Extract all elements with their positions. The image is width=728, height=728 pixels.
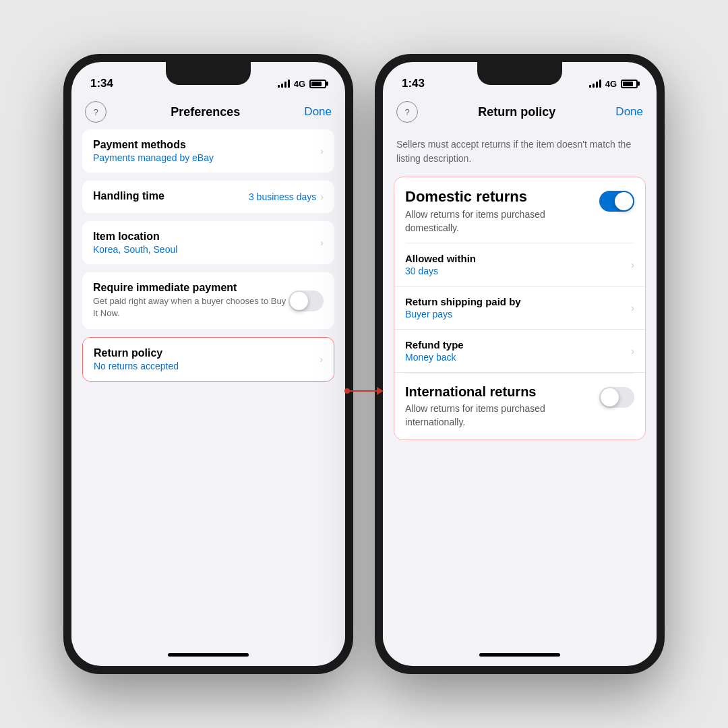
return-shipping-content: Return shipping paid by Buyer pays (405, 296, 631, 320)
item-location-section: Item location Korea, South, Seoul › (82, 221, 334, 264)
handling-time-title: Handling time (93, 190, 249, 202)
chevron-icon-return: › (320, 354, 323, 365)
allowed-within-content: Allowed within 30 days (405, 253, 631, 276)
home-bar-2 (479, 653, 560, 657)
chevron-icon-handling: › (320, 191, 324, 202)
phones-wrapper: 1:34 4G ? (63, 54, 665, 674)
signal-bar-1 (278, 85, 280, 88)
battery-fill-2 (623, 82, 633, 86)
status-time-1: 1:34 (90, 77, 113, 90)
status-icons-2: 4G (589, 79, 638, 89)
battery-1 (309, 80, 326, 88)
allowed-within-row[interactable]: Allowed within 30 days › (394, 243, 645, 286)
refund-type-content: Refund type Money back (405, 339, 631, 363)
domestic-returns-desc: Allow returns for items purchased domest… (405, 208, 591, 235)
phone-2-inner: 1:43 4G ? (383, 62, 657, 666)
require-payment-section: Require immediate payment Get paid right… (82, 272, 334, 329)
signal-bar-2-2 (593, 84, 595, 88)
toggle-thumb-international (601, 388, 619, 406)
item-location-subtitle: Korea, South, Seoul (93, 244, 320, 255)
return-policy-item[interactable]: Return policy No returns accepted › (83, 338, 334, 381)
refund-type-title: Refund type (405, 339, 631, 351)
return-policy-content: Return policy No returns accepted (94, 347, 320, 371)
international-returns-toggle[interactable] (599, 387, 634, 408)
return-shipping-row[interactable]: Return shipping paid by Buyer pays › (394, 286, 645, 330)
signal-bar-2-4 (599, 80, 601, 88)
refund-type-row[interactable]: Refund type Money back › (394, 330, 645, 373)
payment-methods-section: Payment methods Payments managed by eBay… (82, 129, 334, 173)
toggle-thumb-require-payment (290, 292, 308, 310)
domestic-returns-title: Domestic returns (405, 188, 591, 208)
signal-bar-4 (288, 80, 290, 88)
allowed-within-title: Allowed within (405, 253, 631, 264)
handling-time-value: 3 business days (249, 191, 316, 202)
signal-bars-1 (278, 80, 290, 88)
refund-type-value: Money back (405, 352, 631, 363)
help-button-1[interactable]: ? (85, 101, 107, 123)
nav-title-1: Preferences (171, 105, 240, 119)
domestic-header-row: Domestic returns Allow returns for items… (394, 177, 645, 235)
help-button-2[interactable]: ? (396, 101, 418, 123)
toggle-thumb-domestic (615, 192, 633, 210)
chevron-icon-allowed-within: › (631, 260, 634, 270)
nav-bar-2: ? Return policy Done (383, 96, 657, 129)
done-button-2[interactable]: Done (615, 105, 643, 119)
signal-bar-3 (284, 82, 286, 88)
signal-bar-2 (281, 84, 283, 88)
arrow-dot (344, 388, 350, 394)
handling-time-content: Handling time (93, 190, 249, 204)
require-payment-title: Require immediate payment (93, 282, 289, 294)
international-returns-title: International returns (405, 384, 591, 402)
international-header-row: International returns Allow returns for … (394, 373, 645, 439)
payment-methods-item[interactable]: Payment methods Payments managed by eBay… (82, 129, 334, 173)
return-policy-info: Sellers must accept returns if the item … (383, 129, 657, 171)
nav-title-2: Return policy (478, 105, 555, 119)
item-location-content: Item location Korea, South, Seoul (93, 231, 320, 255)
return-shipping-value: Buyer pays (405, 309, 631, 320)
home-indicator-1 (71, 643, 345, 666)
chevron-icon-shipping: › (631, 303, 634, 313)
require-payment-desc: Get paid right away when a buyer chooses… (93, 295, 289, 320)
signal-bars-2 (589, 80, 601, 88)
phone-1-inner: 1:34 4G ? (71, 62, 345, 666)
item-location-item[interactable]: Item location Korea, South, Seoul › (82, 221, 334, 264)
domestic-header-content: Domestic returns Allow returns for items… (405, 188, 591, 235)
return-policy-subtitle: No returns accepted (94, 361, 320, 371)
signal-bar-2-1 (589, 85, 591, 88)
status-time-2: 1:43 (402, 77, 425, 90)
battery-fill-1 (311, 82, 322, 86)
chevron-icon-location: › (320, 237, 324, 248)
handling-time-item[interactable]: Handling time 3 business days › (82, 181, 334, 213)
status-icons-1: 4G (278, 79, 326, 89)
item-location-title: Item location (93, 231, 320, 243)
signal-type-2: 4G (605, 79, 617, 89)
signal-bar-2-3 (596, 82, 598, 88)
arrow-line (350, 390, 377, 392)
payment-methods-title: Payment methods (93, 139, 320, 151)
payment-methods-content: Payment methods Payments managed by eBay (93, 139, 320, 163)
require-payment-item: Require immediate payment Get paid right… (82, 272, 334, 329)
home-indicator-2 (383, 643, 657, 666)
require-payment-content: Require immediate payment Get paid right… (93, 282, 289, 320)
international-returns-desc: Allow returns for items purchased intern… (405, 402, 591, 429)
done-button-1[interactable]: Done (304, 105, 332, 119)
notch-1 (166, 62, 251, 85)
domestic-returns-toggle[interactable] (599, 191, 634, 212)
notch-2 (477, 62, 562, 85)
allowed-within-value: 30 days (405, 266, 631, 276)
signal-type-1: 4G (294, 79, 305, 89)
home-bar-1 (168, 653, 249, 657)
phone-1: 1:34 4G ? (63, 54, 353, 674)
handling-time-section: Handling time 3 business days › (82, 181, 334, 213)
return-policy-content-screen: Sellers must accept returns if the item … (383, 129, 657, 643)
international-header-content: International returns Allow returns for … (405, 384, 591, 429)
return-card: Domestic returns Allow returns for items… (394, 177, 646, 440)
return-policy-title: Return policy (94, 347, 320, 359)
nav-bar-1: ? Preferences Done (71, 96, 345, 129)
help-icon-2: ? (404, 107, 409, 117)
help-icon-1: ? (93, 107, 98, 117)
require-payment-toggle[interactable] (289, 291, 324, 311)
payment-methods-subtitle: Payments managed by eBay (93, 152, 320, 163)
return-shipping-title: Return shipping paid by (405, 296, 631, 307)
return-policy-section: Return policy No returns accepted › (82, 337, 334, 382)
